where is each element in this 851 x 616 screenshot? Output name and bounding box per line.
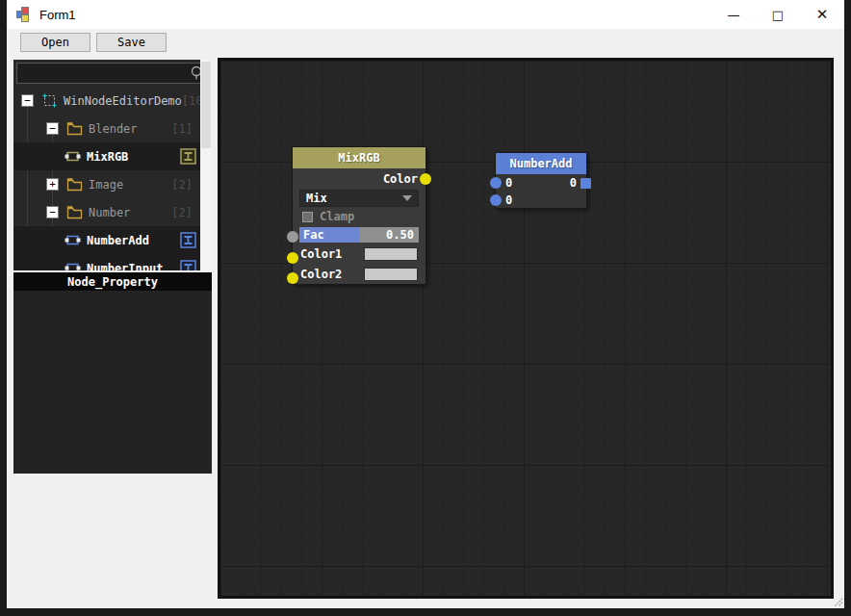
expand-toggle-icon[interactable]: + bbox=[46, 178, 59, 191]
node-mixrgb[interactable]: MixRGB Color Mix Clamp Fac bbox=[292, 146, 426, 285]
tree-item-count: [1] bbox=[171, 122, 193, 136]
node-editor-grid[interactable]: MixRGB Color Mix Clamp Fac bbox=[220, 61, 831, 596]
mixrgb-output-row: Color bbox=[293, 168, 426, 190]
maximize-button[interactable]: □ bbox=[756, 0, 800, 29]
open-button[interactable]: Open bbox=[20, 33, 90, 52]
node-icon bbox=[64, 233, 81, 247]
tree-item-label: WinNodeEditorDemo bbox=[64, 94, 182, 108]
fac-slider[interactable]: Fac 0.50 bbox=[299, 227, 419, 243]
tree-item-count: [2] bbox=[171, 178, 193, 192]
tree-item-label: Blender bbox=[89, 122, 138, 136]
numberadd-row1: 0 0 bbox=[496, 174, 586, 192]
node-type-badge-icon bbox=[180, 232, 196, 248]
minimize-button[interactable]: — bbox=[711, 0, 756, 29]
node-mixrgb-title[interactable]: MixRGB bbox=[293, 147, 426, 168]
app-icon bbox=[16, 7, 32, 22]
desktop-background: Form1 — □ ✕ Open Save bbox=[0, 0, 851, 616]
color-output-socket[interactable] bbox=[420, 173, 431, 185]
output-color-label: Color bbox=[383, 172, 418, 186]
window-title: Form1 bbox=[39, 8, 76, 22]
project-marquee-icon bbox=[41, 93, 58, 108]
tree-item-numberadd[interactable]: NumberAdd bbox=[13, 226, 200, 254]
color2-input-socket[interactable] bbox=[287, 272, 298, 284]
numberadd-input1-socket[interactable] bbox=[490, 177, 502, 189]
chevron-down-icon bbox=[402, 195, 412, 201]
node-property-title: Node_Property bbox=[13, 272, 212, 291]
clamp-label: Clamp bbox=[320, 210, 354, 223]
numberadd-input1-value: 0 bbox=[505, 176, 512, 190]
tree-item-label: MixRGB bbox=[87, 150, 128, 164]
tree-item-blender[interactable]: − Blender [1] bbox=[13, 115, 200, 142]
clamp-option[interactable]: Clamp bbox=[293, 207, 426, 226]
color1-label: Color1 bbox=[300, 247, 342, 261]
node-tree-panel: − WinNodeEditorDemo [10] − bbox=[13, 60, 212, 270]
color1-input-row: Color1 bbox=[293, 244, 426, 264]
tree-scrollbar-thumb[interactable] bbox=[201, 62, 211, 148]
node-icon bbox=[64, 149, 81, 164]
close-button[interactable]: ✕ bbox=[800, 0, 844, 29]
color1-input-socket[interactable] bbox=[287, 252, 298, 264]
fac-slider-fill: Fac bbox=[299, 227, 359, 243]
numberadd-output-socket[interactable] bbox=[580, 178, 591, 189]
tree-item-numberinput[interactable]: NumberInput bbox=[13, 254, 200, 270]
node-numberadd[interactable]: NumberAdd 0 0 0 bbox=[495, 152, 587, 209]
search-box[interactable] bbox=[16, 63, 209, 84]
tree-item-label: NumberInput bbox=[87, 262, 163, 271]
folder-icon bbox=[66, 121, 83, 136]
numberadd-input2-value: 0 bbox=[505, 193, 512, 207]
tree-item-count: [2] bbox=[171, 206, 193, 219]
clamp-checkbox[interactable] bbox=[302, 212, 313, 222]
save-button[interactable]: Save bbox=[96, 33, 167, 52]
node-editor-canvas[interactable]: MixRGB Color Mix Clamp Fac bbox=[218, 58, 834, 599]
tree: − WinNodeEditorDemo [10] − bbox=[13, 87, 200, 270]
title-bar[interactable]: Form1 — □ ✕ bbox=[7, 0, 844, 29]
node-type-badge-icon bbox=[180, 260, 196, 270]
tree-item-number[interactable]: − Number [2] bbox=[13, 198, 200, 226]
app-window: Form1 — □ ✕ Open Save bbox=[7, 0, 844, 608]
fac-label: Fac bbox=[303, 228, 324, 242]
numberadd-input2-socket[interactable] bbox=[490, 194, 502, 206]
toolbar: Open Save bbox=[7, 29, 844, 58]
tree-item-winnodeeditordemo[interactable]: − WinNodeEditorDemo [10] bbox=[13, 87, 200, 115]
window-resize-grip[interactable] bbox=[831, 595, 844, 608]
tree-item-label: Number bbox=[89, 206, 130, 219]
fac-input-socket[interactable] bbox=[287, 231, 298, 243]
color2-input-row: Color2 bbox=[293, 264, 426, 284]
numberadd-output-value: 0 bbox=[570, 176, 577, 190]
node-property-panel: Node_Property bbox=[13, 272, 212, 474]
search-input[interactable] bbox=[17, 66, 190, 80]
fac-slider-track: 0.50 bbox=[359, 227, 419, 243]
fac-value: 0.50 bbox=[386, 228, 414, 242]
node-icon bbox=[64, 261, 81, 270]
collapse-toggle-icon[interactable]: − bbox=[46, 206, 59, 218]
node-type-badge-icon bbox=[180, 148, 196, 165]
collapse-toggle-icon[interactable]: − bbox=[46, 122, 59, 135]
folder-icon bbox=[66, 177, 83, 192]
blend-mode-dropdown[interactable]: Mix bbox=[299, 190, 419, 207]
color2-label: Color2 bbox=[300, 268, 342, 281]
tree-scrollbar[interactable] bbox=[200, 60, 212, 270]
color2-swatch[interactable] bbox=[364, 268, 418, 281]
tree-item-mixrgb[interactable]: MixRGB bbox=[13, 142, 200, 170]
tree-item-label: Image bbox=[89, 178, 123, 192]
blend-mode-value: Mix bbox=[306, 192, 327, 205]
color1-swatch[interactable] bbox=[364, 247, 418, 261]
node-numberadd-title[interactable]: NumberAdd bbox=[496, 153, 586, 174]
collapse-toggle-icon[interactable]: − bbox=[21, 94, 34, 107]
tree-item-image[interactable]: + Image [2] bbox=[13, 170, 200, 198]
tree-item-label: NumberAdd bbox=[87, 234, 149, 247]
folder-icon bbox=[66, 205, 83, 219]
numberadd-row2: 0 bbox=[496, 192, 586, 209]
